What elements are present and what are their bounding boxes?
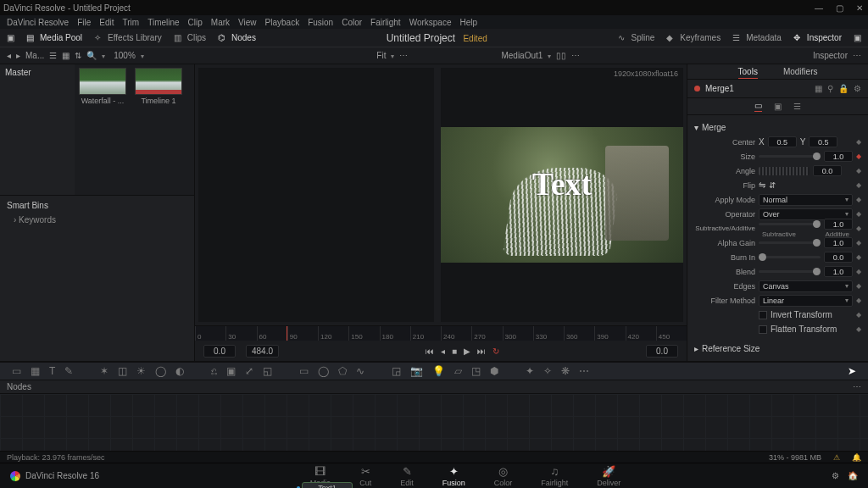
stop-button[interactable]: ■ [452, 347, 457, 356]
media-pool-tree[interactable]: Master [0, 64, 75, 195]
time-ruler[interactable]: 0 30 60 90 120 150 180 210 240 270 300 3… [195, 325, 687, 341]
tool-tracker-icon[interactable]: ✶ [100, 365, 108, 377]
tab-common-icon[interactable]: ☰ [793, 102, 801, 111]
smart-bin-keywords[interactable]: › Keywords [7, 215, 187, 225]
breadcrumb-fwd-icon[interactable]: ▸ [16, 51, 20, 60]
alpha-gain-field[interactable]: 1.0 [824, 237, 853, 248]
burn-in-field[interactable]: 0.0 [824, 252, 853, 263]
project-settings-icon[interactable]: ⚙ [832, 471, 839, 480]
menu-file[interactable]: File [77, 18, 91, 27]
lock-icon[interactable]: 🔒 [838, 84, 849, 93]
tool-polygon-icon[interactable]: ⬠ [338, 365, 347, 377]
page-deliver[interactable]: 🚀Deliver [597, 465, 620, 487]
tool-pemitter-icon[interactable]: ✧ [543, 365, 552, 377]
tool-more-icon[interactable]: ⋯ [579, 365, 589, 377]
keyframe-icon[interactable]: ◆ [856, 325, 861, 333]
menu-fairlight[interactable]: Fairlight [370, 18, 401, 27]
keyframe-icon[interactable]: ◆ [856, 268, 861, 275]
fit-dropdown[interactable]: Fit [376, 51, 386, 60]
viewer-more-icon[interactable]: ⋯ [571, 51, 580, 60]
keyframe-icon[interactable]: ◆ [856, 210, 861, 218]
keyframe-icon[interactable]: ◆ [856, 297, 861, 304]
keyframe-icon[interactable]: ◆ [856, 196, 861, 203]
blend-field[interactable]: 1.0 [824, 266, 853, 277]
viewer-right[interactable]: 1920x1080xfloat16 Text [441, 68, 683, 322]
section-merge[interactable]: ▾ Merge [694, 120, 861, 135]
notification-icon[interactable]: 🔔 [852, 453, 861, 462]
page-color[interactable]: ◎Color [494, 465, 513, 487]
tab-inspector[interactable]: ✥Inspector [793, 33, 842, 43]
flatten-checkbox[interactable] [759, 325, 767, 334]
step-back-button[interactable]: ◂ [441, 347, 445, 356]
angle-field[interactable]: 0.0 [813, 165, 842, 176]
tab-controls-icon[interactable]: ▭ [754, 101, 762, 112]
node-graph[interactable]: MediaIn1 Text1 Merge1 MediaOut1 [0, 394, 868, 451]
center-y-field[interactable]: 0.5 [809, 136, 837, 147]
menu-edit[interactable]: Edit [99, 18, 114, 27]
menu-view[interactable]: View [238, 18, 257, 27]
keyframe-icon[interactable]: ◆ [856, 167, 861, 175]
blend-slider[interactable] [759, 270, 821, 273]
go-end-button[interactable]: ⏭ [477, 347, 486, 356]
in-point[interactable]: 0.0 [203, 345, 236, 358]
clip-thumbnail[interactable]: Waterfall - ... [78, 68, 127, 105]
apply-mode-dropdown[interactable]: Normal [759, 194, 853, 206]
tab-media-pool[interactable]: ▤Media Pool [26, 33, 82, 43]
filter-dropdown[interactable] [102, 51, 105, 60]
playhead[interactable] [287, 326, 287, 341]
warning-icon[interactable]: ⚠ [833, 453, 840, 462]
timeline-thumbnail[interactable]: Timeline 1 [134, 68, 183, 105]
breadcrumb-back-icon[interactable]: ◂ [7, 51, 11, 60]
breadcrumb[interactable]: Ma... [25, 51, 44, 60]
menu-help[interactable]: Help [459, 18, 477, 27]
tool-text-icon[interactable]: T [49, 365, 55, 377]
subadd-slider[interactable] [759, 223, 821, 225]
menu-color[interactable]: Color [342, 18, 362, 27]
keyframe-icon[interactable]: ◆ [856, 253, 861, 261]
tool-corner-icon[interactable]: ◱ [263, 365, 272, 377]
center-x-field[interactable]: 0.5 [768, 136, 797, 147]
size-slider[interactable] [759, 155, 821, 158]
tool-brightness-icon[interactable]: ☀ [136, 365, 146, 377]
menu-clip[interactable]: Clip [188, 18, 203, 27]
invert-checkbox[interactable] [759, 311, 767, 319]
keyframe-icon[interactable]: ◆ [856, 152, 861, 160]
menu-timeline[interactable]: Timeline [147, 18, 179, 27]
tab-metadata[interactable]: ☰Metadata [732, 33, 782, 43]
inspector-more-icon[interactable]: ⋯ [853, 51, 861, 60]
tool-shape3d-icon[interactable]: ◳ [471, 365, 481, 377]
tool-light-icon[interactable]: 💡 [432, 365, 445, 377]
keyframe-icon[interactable]: ◆ [856, 282, 861, 290]
tool-resize-icon[interactable]: ⤢ [245, 365, 253, 377]
tool-merge-icon[interactable]: ⎌ [211, 365, 217, 377]
inspector-tab-modifiers[interactable]: Modifiers [783, 65, 818, 78]
keyframe-icon[interactable]: ◆ [856, 239, 861, 247]
edges-dropdown[interactable]: Canvas [759, 280, 853, 292]
tool-bspline-icon[interactable]: ∿ [356, 365, 364, 377]
play-button[interactable]: ▶ [464, 347, 470, 356]
tool-rectangle-icon[interactable]: ▭ [299, 365, 309, 377]
tool-prender-icon[interactable]: ❋ [561, 365, 570, 377]
tool-background-icon[interactable]: ▭ [12, 365, 21, 377]
panel-toggle-right-icon[interactable]: ▣ [854, 33, 861, 42]
tool-transform-icon[interactable]: ▣ [226, 365, 236, 377]
menu-mark[interactable]: Mark [211, 18, 230, 27]
tab-nodes[interactable]: ⌬Nodes [218, 33, 256, 43]
project-manager-icon[interactable]: 🏠 [848, 471, 858, 480]
filter-dropdown[interactable]: Linear [759, 295, 853, 307]
timecode[interactable]: 0.0 [646, 345, 678, 358]
zoom-value[interactable]: 100% [114, 51, 136, 60]
tab-clips[interactable]: ▥Clips [174, 33, 206, 43]
tool-particles-icon[interactable]: ✦ [526, 365, 534, 377]
minimize-button[interactable]: — [814, 3, 824, 13]
tool-ellipse-icon[interactable]: ◯ [318, 365, 329, 377]
page-edit[interactable]: ✎Edit [400, 465, 414, 487]
close-button[interactable]: ✕ [854, 3, 865, 13]
menu-trim[interactable]: Trim [123, 18, 140, 27]
bin-master[interactable]: Master [5, 68, 70, 77]
node-text[interactable]: Text1 [302, 482, 353, 488]
keyframe-icon[interactable]: ◆ [856, 138, 861, 146]
menu-workspace[interactable]: Workspace [409, 18, 452, 27]
maximize-button[interactable]: ▢ [834, 3, 844, 13]
viewer-split-icon[interactable]: ▯▯ [556, 51, 566, 60]
